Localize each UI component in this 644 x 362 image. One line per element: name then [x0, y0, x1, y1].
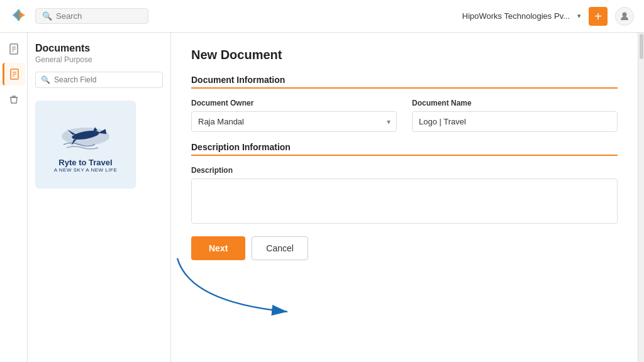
header-right: HipoWorks Technologies Pv... ▾ +: [462, 7, 634, 26]
add-button[interactable]: +: [589, 7, 608, 26]
search-icon: 🔍: [42, 11, 52, 21]
section-doc-info-label: Document Information: [191, 75, 618, 85]
doc-name-input[interactable]: [412, 111, 618, 132]
doc-thumbnail: Ryte to Travel A NEW SKY A NEW LIFE: [35, 101, 136, 189]
section1-divider: [191, 87, 618, 89]
user-icon: [619, 11, 630, 21]
main-content: New Document Document Information Docume…: [171, 33, 638, 362]
sidebar-subtitle: General Purpose: [35, 55, 163, 64]
thumbnail-content: Ryte to Travel A NEW SKY A NEW LIFE: [48, 110, 124, 179]
sidebar-title: Documents: [35, 43, 163, 54]
doc-info-row: Document Owner Raja Mandal Document Name: [191, 99, 618, 132]
description-group: Description: [191, 166, 618, 224]
scrollbar-thumb[interactable]: [640, 34, 643, 59]
doc-owner-group: Document Owner Raja Mandal: [191, 99, 397, 132]
rail-icon-doc-active[interactable]: [3, 63, 25, 85]
header: 🔍 HipoWorks Technologies Pv... ▾ +: [0, 0, 644, 33]
next-button[interactable]: Next: [191, 236, 245, 260]
user-avatar-button[interactable]: [615, 7, 634, 26]
app-logo: [10, 6, 28, 26]
icon-rail: [0, 33, 28, 362]
search-input[interactable]: [56, 11, 131, 21]
page-title: New Document: [191, 48, 618, 62]
doc-name-group: Document Name: [412, 99, 618, 132]
description-textarea[interactable]: [191, 178, 618, 224]
company-chevron-icon[interactable]: ▾: [577, 12, 581, 20]
sidebar-search-icon: 🔍: [41, 75, 50, 84]
section2-divider: [191, 155, 618, 156]
doc-owner-select[interactable]: Raja Mandal: [191, 111, 397, 132]
scrollbar-track[interactable]: [638, 33, 644, 362]
main-layout: Documents General Purpose 🔍: [0, 33, 644, 362]
rail-icon-trash[interactable]: [3, 88, 25, 111]
header-search-bar[interactable]: 🔍: [35, 8, 148, 24]
rail-icon-document[interactable]: [3, 38, 25, 60]
company-name: HipoWorks Technologies Pv...: [462, 11, 570, 21]
svg-point-1: [623, 12, 627, 16]
sidebar-title-group: Documents General Purpose: [35, 43, 163, 64]
thumbnail-title: Ryte to Travel: [58, 158, 112, 167]
airplane-illustration: [57, 116, 114, 154]
thumbnail-subtitle: A NEW SKY A NEW LIFE: [54, 167, 118, 173]
section-desc-info-label: Description Information: [191, 142, 618, 152]
doc-name-label: Document Name: [412, 99, 618, 107]
sidebar: Documents General Purpose 🔍: [28, 33, 171, 362]
sidebar-search-bar[interactable]: 🔍: [35, 72, 163, 88]
doc-owner-label: Document Owner: [191, 99, 397, 107]
sidebar-search-input[interactable]: [54, 75, 157, 84]
description-label: Description: [191, 166, 618, 175]
cancel-button[interactable]: Cancel: [252, 236, 308, 260]
action-row: Next Cancel: [191, 236, 618, 260]
doc-owner-select-wrapper[interactable]: Raja Mandal: [191, 111, 397, 132]
